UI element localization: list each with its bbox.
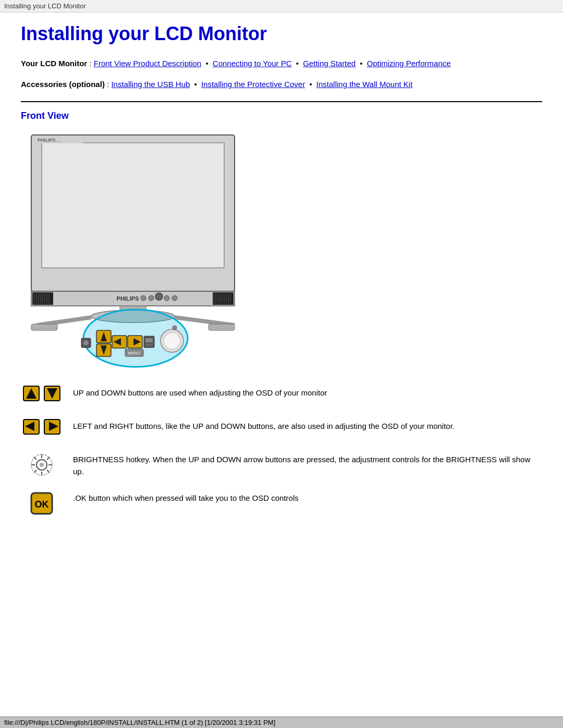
up-down-icon-group bbox=[21, 385, 63, 406]
section-divider bbox=[21, 101, 542, 102]
svg-point-26 bbox=[149, 295, 154, 301]
browser-tab-bar: Installing your LCD Monitor bbox=[0, 0, 563, 13]
monitor-svg: PHILIPS ... bbox=[21, 130, 245, 369]
front-view-section: Front View PHILIPS ... bbox=[21, 110, 542, 522]
svg-point-28 bbox=[164, 295, 169, 301]
status-bar: file:///D|/Philips LCD/english/180P/INST… bbox=[0, 717, 563, 728]
brightness-button-row: BRIGHTNESS hotkey. When the UP and DOWN … bbox=[21, 452, 542, 478]
nav-link-protective-cover[interactable]: Installing the Protective Cover bbox=[201, 80, 305, 89]
monitor-image-container: PHILIPS ... bbox=[21, 130, 542, 369]
ok-icon-group: OK bbox=[21, 490, 63, 516]
nav-link-optimizing[interactable]: Optimizing Performance bbox=[367, 59, 451, 68]
page-title: Installing your LCD Monitor bbox=[21, 23, 542, 45]
svg-text:MENU: MENU bbox=[128, 351, 140, 355]
svg-point-25 bbox=[141, 295, 146, 301]
svg-point-54 bbox=[83, 340, 89, 346]
svg-rect-51 bbox=[145, 338, 153, 342]
svg-text:OK: OK bbox=[35, 499, 49, 510]
nav-link-connecting[interactable]: Connecting to Your PC bbox=[213, 59, 292, 68]
monitor-image: PHILIPS ... bbox=[21, 130, 245, 369]
status-bar-text: file:///D|/Philips LCD/english/180P/INST… bbox=[4, 719, 275, 726]
brightness-icon-group bbox=[21, 452, 63, 478]
brightness-description: BRIGHTNESS hotkey. When the UP and DOWN … bbox=[73, 452, 542, 477]
front-view-title: Front View bbox=[21, 110, 542, 121]
left-right-icon-group bbox=[21, 418, 63, 439]
ok-description: .OK button which when pressed will take … bbox=[73, 490, 299, 504]
accessories-nav-label: Accessories (optional) bbox=[21, 80, 105, 89]
svg-line-70 bbox=[47, 457, 50, 460]
svg-point-48 bbox=[164, 332, 180, 349]
svg-line-68 bbox=[34, 457, 36, 460]
up-down-button-row: UP and DOWN buttons are used when adjust… bbox=[21, 385, 542, 406]
left-right-description: LEFT and RIGHT buttons, like the UP and … bbox=[73, 418, 455, 433]
lcd-nav-section: Your LCD Monitor : Front View Product De… bbox=[21, 57, 542, 70]
svg-rect-35 bbox=[209, 324, 235, 330]
left-right-button-row: LEFT and RIGHT buttons, like the UP and … bbox=[21, 418, 542, 439]
lcd-nav-label: Your LCD Monitor bbox=[21, 59, 87, 68]
nav-link-front-view[interactable]: Front View Product Description bbox=[94, 59, 201, 68]
svg-rect-1 bbox=[42, 143, 224, 268]
svg-rect-34 bbox=[31, 324, 57, 330]
accessories-nav-section: Accessories (optional) : Installing the … bbox=[21, 78, 542, 91]
nav-link-getting-started[interactable]: Getting Started bbox=[303, 59, 356, 68]
svg-text:PHILIPS ...: PHILIPS ... bbox=[38, 138, 61, 143]
svg-text:PHILIPS: PHILIPS bbox=[117, 295, 139, 302]
up-down-description: UP and DOWN buttons are used when adjust… bbox=[73, 385, 327, 399]
nav-link-wall-mount[interactable]: Installing the Wall Mount Kit bbox=[316, 80, 413, 89]
svg-point-27 bbox=[155, 293, 163, 300]
nav-link-usb-hub[interactable]: Installing the USB Hub bbox=[111, 80, 190, 89]
ok-button-row: OK .OK button which when pressed will ta… bbox=[21, 490, 542, 516]
svg-point-49 bbox=[173, 326, 177, 330]
main-content: Installing your LCD Monitor Your LCD Mon… bbox=[0, 13, 563, 542]
tab-title: Installing your LCD Monitor bbox=[4, 2, 86, 10]
svg-point-72 bbox=[40, 463, 44, 467]
button-descriptions: UP and DOWN buttons are used when adjust… bbox=[21, 380, 542, 522]
svg-rect-52 bbox=[145, 343, 153, 346]
svg-point-29 bbox=[172, 295, 177, 301]
